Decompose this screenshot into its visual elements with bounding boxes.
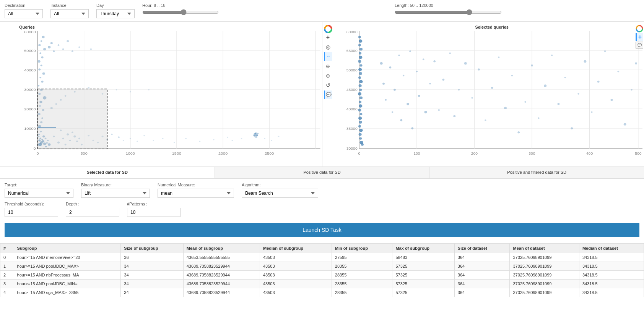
svg-point-128	[253, 135, 255, 136]
svg-point-216	[511, 75, 513, 76]
table-cell: 34	[121, 288, 183, 297]
patterns-input[interactable]	[127, 208, 181, 217]
table-cell: 43503	[260, 288, 332, 297]
right-comment-icon[interactable]: 💬	[636, 42, 643, 48]
svg-text:20000: 20000	[24, 107, 36, 111]
svg-text:10000: 10000	[24, 127, 36, 131]
length-label: Length: 50 .. 120000	[395, 3, 639, 8]
hour-slider[interactable]	[142, 9, 219, 15]
svg-point-234	[631, 89, 633, 91]
table-cell: 28355	[332, 280, 392, 288]
right-plus-icon[interactable]: +	[636, 33, 643, 41]
svg-point-64	[42, 36, 44, 38]
svg-point-127	[257, 133, 259, 134]
svg-text:500: 500	[81, 152, 88, 155]
hour-filter: Hour: 8 .. 18	[142, 3, 387, 15]
svg-point-61	[43, 48, 46, 50]
svg-text:1500: 1500	[172, 152, 182, 155]
svg-point-233	[623, 123, 626, 125]
algorithm-select[interactable]: Beam Search	[242, 189, 318, 198]
target-select[interactable]: Numerical	[5, 189, 73, 198]
instance-select[interactable]: All	[50, 9, 89, 18]
svg-point-167	[359, 72, 362, 75]
declination-select[interactable]: All	[5, 9, 43, 18]
day-select[interactable]: Thursday	[96, 9, 135, 18]
refresh-tool[interactable]: ↺	[324, 81, 332, 89]
tab-positive-data[interactable]: Positive data for SD	[215, 167, 430, 178]
zoom-in-tool[interactable]: ⊕	[324, 62, 332, 70]
table-cell: 43689.7058823529944	[183, 271, 260, 280]
svg-point-218	[524, 101, 526, 103]
svg-text:2500: 2500	[265, 152, 274, 155]
col-min-subgroup: Min of subgroup	[332, 244, 392, 253]
svg-point-187	[382, 82, 385, 84]
svg-point-163	[359, 56, 362, 59]
svg-point-126	[255, 133, 257, 134]
svg-point-228	[591, 111, 593, 113]
svg-point-225	[571, 127, 573, 129]
left-chart-container: Queries	[0, 22, 322, 166]
table-row: 1hour>=15 AND poolJDBC_MAX>3443689.70588…	[0, 262, 644, 271]
length-filter: Length: 50 .. 120000	[395, 3, 639, 15]
table-cell: 34318.5	[579, 271, 644, 280]
right-chart-svg: 60000 55000 50000 45000 40000 35000 3000…	[342, 31, 643, 161]
svg-point-54	[39, 77, 41, 78]
svg-point-57	[41, 65, 42, 66]
svg-point-119	[72, 50, 73, 52]
svg-point-115	[53, 50, 55, 52]
lasso-tool[interactable]: ◎	[324, 43, 332, 51]
comment-tool[interactable]: 💬	[324, 91, 332, 99]
svg-point-98	[255, 136, 257, 138]
right-chart-container: + 💬 + ◎ ↔ ⊕ ⊖ ↺ 💬 Selected queries	[322, 22, 644, 166]
svg-point-164	[358, 60, 361, 63]
svg-point-113	[48, 46, 50, 48]
svg-text:55000: 55000	[346, 49, 357, 53]
numerical-measure-select[interactable]: mean	[158, 189, 234, 198]
svg-point-94	[227, 137, 228, 138]
svg-point-88	[153, 140, 154, 141]
col-mean-dataset: Mean of dataset	[510, 244, 579, 253]
svg-point-102	[278, 136, 280, 137]
right-color-icon[interactable]	[636, 25, 643, 32]
svg-point-176	[358, 108, 361, 111]
results-table-container: # Subgroup Size of subgroup Mean of subg…	[0, 243, 644, 297]
svg-text:400: 400	[586, 151, 593, 155]
svg-point-186	[380, 62, 382, 65]
depth-label: Depth :	[66, 202, 119, 206]
binary-measure-select[interactable]: Lift	[81, 189, 150, 198]
svg-text:40000: 40000	[346, 107, 357, 112]
svg-point-220	[538, 117, 540, 119]
controls-row-1: Target: Numerical Binary Measure: Lift N…	[5, 183, 639, 198]
zoom-out-tool[interactable]: ⊖	[324, 71, 332, 80]
svg-text:35000: 35000	[346, 127, 357, 131]
svg-point-207	[453, 115, 455, 117]
launch-sd-button[interactable]: Launch SD Task	[5, 223, 639, 237]
length-slider[interactable]	[395, 9, 502, 15]
threshold-input[interactable]	[5, 208, 58, 217]
svg-point-189	[389, 66, 391, 68]
svg-point-121	[90, 48, 92, 50]
depth-input[interactable]	[66, 208, 119, 217]
svg-point-114	[50, 42, 53, 44]
svg-point-60	[39, 52, 41, 54]
table-cell: hour>=15 AND memoireVive>=20	[14, 253, 121, 262]
svg-point-56	[38, 68, 41, 70]
svg-text:40000: 40000	[24, 68, 36, 72]
table-cell: 34318.5	[579, 280, 644, 288]
hour-label: Hour: 8 .. 18	[142, 3, 387, 8]
pan-tool[interactable]: ↔	[324, 52, 332, 61]
svg-point-100	[264, 138, 265, 139]
left-chart-title: Queries	[19, 25, 320, 29]
table-cell: 57325	[392, 262, 454, 271]
tab-positive-filtered[interactable]: Positive and filtered data for SD	[429, 167, 644, 178]
svg-point-232	[617, 71, 619, 72]
results-table: # Subgroup Size of subgroup Mean of subg…	[0, 243, 644, 297]
crosshair-tool[interactable]: +	[324, 33, 332, 42]
tab-selected-data[interactable]: Selected data for SD	[0, 167, 215, 178]
svg-point-92	[199, 141, 201, 142]
svg-point-200	[422, 58, 424, 60]
algorithm-group: Algorithm: Beam Search	[242, 183, 318, 198]
table-cell: 364	[454, 288, 510, 297]
svg-text:60000: 60000	[346, 31, 357, 34]
table-cell: 43653.5555555555555	[183, 253, 260, 262]
